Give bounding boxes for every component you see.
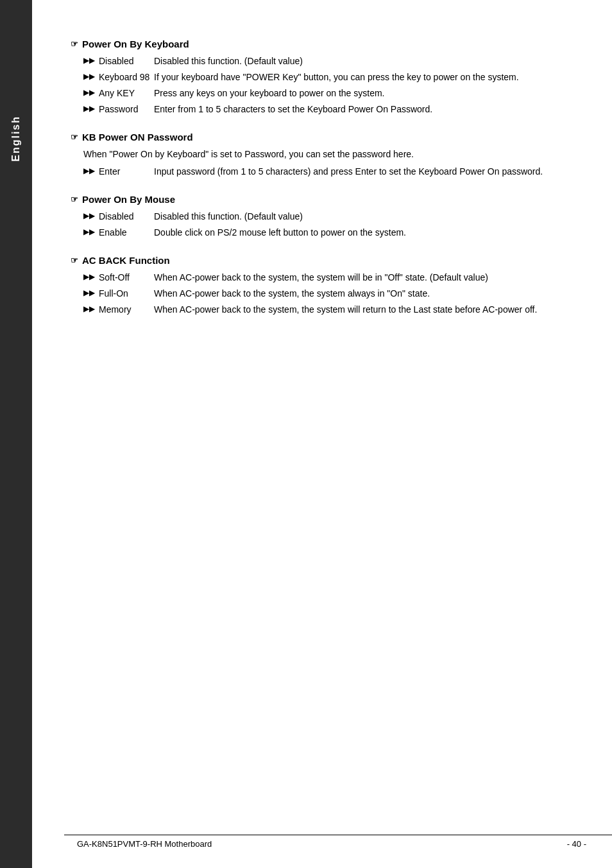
key-label: Soft-Off xyxy=(99,271,130,284)
item-row: ▶▶ Enable Double click on PS/2 mouse lef… xyxy=(83,226,574,239)
item-key: ▶▶ Password xyxy=(83,103,154,116)
item-key: ▶▶ Full-On xyxy=(83,287,154,300)
sidebar: English xyxy=(0,0,32,868)
item-value: Enter from 1 to 5 characters to set the … xyxy=(154,103,574,116)
item-key: ▶▶ Memory xyxy=(83,303,154,317)
item-row: ▶▶ Enter Input password (from 1 to 5 cha… xyxy=(83,165,574,178)
item-value: If your keyboard have "POWER Key" button… xyxy=(154,71,574,84)
section-title-text-1: Power On By Keyboard xyxy=(82,39,189,49)
item-value: Disabled this function. (Default value) xyxy=(154,210,574,223)
item-value: When AC-power back to the system, the sy… xyxy=(154,287,574,300)
item-row: ▶▶ Disabled Disabled this function. (Def… xyxy=(83,55,574,68)
section-title-power-on-by-mouse: ☞ Power On By Mouse xyxy=(71,194,574,205)
key-label: Disabled xyxy=(99,55,133,68)
key-label: Any KEY xyxy=(99,87,135,100)
item-list-1: ▶▶ Disabled Disabled this function. (Def… xyxy=(83,55,574,116)
key-label: Enable xyxy=(99,226,127,239)
section-icon-2: ☞ xyxy=(71,132,78,142)
arrow-icon: ▶▶ xyxy=(83,165,95,177)
item-key: ▶▶ Soft-Off xyxy=(83,271,154,284)
section-ac-back-function: ☞ AC BACK Function ▶▶ Soft-Off When AC-p… xyxy=(71,255,574,317)
arrow-icon: ▶▶ xyxy=(83,87,95,98)
key-label: Disabled xyxy=(99,210,133,223)
footer: GA-K8N51PVMT-9-RH Motherboard - 40 - xyxy=(64,835,612,849)
main-content: ☞ Power On By Keyboard ▶▶ Disabled Disab… xyxy=(32,0,612,868)
section-title-kb-power-on-password: ☞ KB Power ON Password xyxy=(71,132,574,143)
footer-left-text: GA-K8N51PVMT-9-RH Motherboard xyxy=(77,839,212,849)
sub-note-2: When "Power On by Keyboard" is set to Pa… xyxy=(83,148,574,161)
item-row: ▶▶ Any KEY Press any keys on your keyboa… xyxy=(83,87,574,100)
item-key: ▶▶ Disabled xyxy=(83,210,154,223)
arrow-icon: ▶▶ xyxy=(83,55,95,66)
section-power-on-by-keyboard: ☞ Power On By Keyboard ▶▶ Disabled Disab… xyxy=(71,39,574,116)
item-value: When AC-power back to the system, the sy… xyxy=(154,271,574,284)
item-row: ▶▶ Disabled Disabled this function. (Def… xyxy=(83,210,574,223)
item-value: Press any keys on your keyboard to power… xyxy=(154,87,574,100)
key-label: Enter xyxy=(99,165,120,178)
item-key: ▶▶ Enter xyxy=(83,165,154,178)
item-row: ▶▶ Memory When AC-power back to the syst… xyxy=(83,303,574,317)
section-title-text-4: AC BACK Function xyxy=(82,255,170,266)
item-value: Disabled this function. (Default value) xyxy=(154,55,574,68)
item-value: When AC-power back to the system, the sy… xyxy=(154,303,574,317)
sidebar-label: English xyxy=(10,116,22,162)
arrow-icon: ▶▶ xyxy=(83,210,95,221)
section-icon-1: ☞ xyxy=(71,39,78,49)
item-value: Double click on PS/2 mouse left button t… xyxy=(154,226,574,239)
arrow-icon: ▶▶ xyxy=(83,271,95,282)
section-icon-4: ☞ xyxy=(71,256,78,265)
section-kb-power-on-password: ☞ KB Power ON Password When "Power On by… xyxy=(71,132,574,178)
key-label: Password xyxy=(99,103,138,116)
section-icon-3: ☞ xyxy=(71,195,78,204)
page-container: English ☞ Power On By Keyboard ▶▶ Disabl… xyxy=(0,0,612,868)
arrow-icon: ▶▶ xyxy=(83,226,95,238)
item-key: ▶▶ Enable xyxy=(83,226,154,239)
arrow-icon: ▶▶ xyxy=(83,71,95,82)
key-label: Memory xyxy=(99,303,132,317)
section-title-text-2: KB Power ON Password xyxy=(82,132,193,143)
footer-right-text: - 40 - xyxy=(567,839,586,849)
key-label: Full-On xyxy=(99,287,128,300)
section-title-power-on-by-keyboard: ☞ Power On By Keyboard xyxy=(71,39,574,49)
item-key: ▶▶ Disabled xyxy=(83,55,154,68)
item-value: Input password (from 1 to 5 characters) … xyxy=(154,165,574,178)
item-list-2: ▶▶ Enter Input password (from 1 to 5 cha… xyxy=(83,165,574,178)
arrow-icon: ▶▶ xyxy=(83,287,95,299)
item-list-3: ▶▶ Disabled Disabled this function. (Def… xyxy=(83,210,574,239)
section-title-text-3: Power On By Mouse xyxy=(82,194,175,205)
item-key: ▶▶ Keyboard 98 xyxy=(83,71,154,84)
arrow-icon: ▶▶ xyxy=(83,103,95,114)
key-label: Keyboard 98 xyxy=(99,71,149,84)
arrow-icon: ▶▶ xyxy=(83,303,95,315)
item-key: ▶▶ Any KEY xyxy=(83,87,154,100)
item-row: ▶▶ Soft-Off When AC-power back to the sy… xyxy=(83,271,574,284)
section-title-ac-back-function: ☞ AC BACK Function xyxy=(71,255,574,266)
item-list-4: ▶▶ Soft-Off When AC-power back to the sy… xyxy=(83,271,574,317)
item-row: ▶▶ Full-On When AC-power back to the sys… xyxy=(83,287,574,300)
item-row: ▶▶ Keyboard 98 If your keyboard have "PO… xyxy=(83,71,574,84)
section-power-on-by-mouse: ☞ Power On By Mouse ▶▶ Disabled Disabled… xyxy=(71,194,574,239)
item-row: ▶▶ Password Enter from 1 to 5 characters… xyxy=(83,103,574,116)
